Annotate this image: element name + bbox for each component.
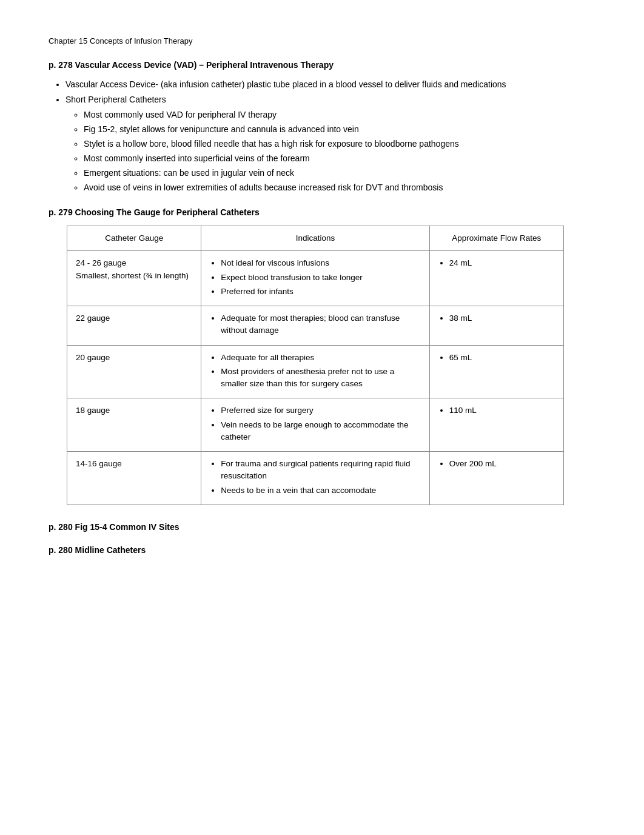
indication-item: For trauma and surgical patients requiri…	[221, 458, 420, 483]
cell-indications-3: Preferred size for surgeryVein needs to …	[201, 398, 429, 452]
indication-item: Not ideal for viscous infusions	[221, 257, 420, 269]
cell-indications-4: For trauma and surgical patients requiri…	[201, 452, 429, 505]
sub-bullet-3: Most commonly inserted into superficial …	[84, 152, 595, 165]
sub-bullet-0: Most commonly used VAD for peripheral IV…	[84, 109, 595, 121]
sub-bullet-4: Emergent situations: can be used in jugu…	[84, 167, 595, 179]
cell-flow-3: 110 mL	[429, 398, 563, 452]
indication-item: Expect blood transfusion to take longer	[221, 272, 420, 284]
cell-indications-0: Not ideal for viscous infusionsExpect bl…	[201, 251, 429, 306]
indication-item: Preferred size for surgery	[221, 404, 420, 417]
cell-flow-1: 38 mL	[429, 306, 563, 346]
table-row: 24 - 26 gauge Smallest, shortest (¾ in l…	[67, 251, 564, 306]
section1-heading: p. 278 Vascular Access Device (VAD) – Pe…	[49, 60, 595, 70]
table-row: 14-16 gaugeFor trauma and surgical patie…	[67, 452, 564, 505]
sub-bullets: Most commonly used VAD for peripheral IV…	[84, 109, 595, 194]
section2-heading: p. 279 Choosing The Gauge for Peripheral…	[49, 207, 595, 217]
bullet-short-peripheral: Short Peripheral Catheters Most commonly…	[65, 93, 595, 194]
col-header-indications: Indications	[201, 226, 429, 251]
indication-item: Vein needs to be large enough to accommo…	[221, 419, 420, 444]
col-header-gauge: Catheter Gauge	[67, 226, 201, 251]
cell-gauge-2: 20 gauge	[67, 345, 201, 398]
table-row: 22 gaugeAdequate for most therapies; blo…	[67, 306, 564, 346]
section1-bullets: Vascular Access Device- (aka infusion ca…	[65, 78, 595, 194]
cell-gauge-1: 22 gauge	[67, 306, 201, 346]
table-row: 20 gaugeAdequate for all therapiesMost p…	[67, 345, 564, 398]
chapter-header: Chapter 15 Concepts of Infusion Therapy	[49, 36, 595, 45]
indication-item: Adequate for all therapies	[221, 352, 420, 364]
cell-indications-2: Adequate for all therapiesMost providers…	[201, 345, 429, 398]
cell-gauge-3: 18 gauge	[67, 398, 201, 452]
cell-gauge-0: 24 - 26 gauge Smallest, shortest (¾ in l…	[67, 251, 201, 306]
col-header-flow: Approximate Flow Rates	[429, 226, 563, 251]
indication-item: Adequate for most therapies; blood can t…	[221, 312, 420, 337]
cell-indications-1: Adequate for most therapies; blood can t…	[201, 306, 429, 346]
table-row: 18 gaugePreferred size for surgeryVein n…	[67, 398, 564, 452]
cell-gauge-4: 14-16 gauge	[67, 452, 201, 505]
catheter-gauge-table: Catheter Gauge Indications Approximate F…	[67, 226, 564, 505]
indication-item: Most providers of anesthesia prefer not …	[221, 366, 420, 391]
bullet-vad: Vascular Access Device- (aka infusion ca…	[65, 78, 595, 91]
indication-item: Needs to be in a vein that can accomodat…	[221, 485, 420, 497]
cell-flow-0: 24 mL	[429, 251, 563, 306]
cell-flow-2: 65 mL	[429, 345, 563, 398]
indication-item: Preferred for infants	[221, 286, 420, 298]
section4-heading: p. 280 Midline Catheters	[49, 545, 595, 555]
sub-bullet-1: Fig 15-2, stylet allows for venipuncture…	[84, 123, 595, 136]
sub-bullet-5: Avoid use of veins in lower extremities …	[84, 181, 595, 194]
sub-bullet-2: Stylet is a hollow bore, blood filled ne…	[84, 138, 595, 150]
cell-flow-4: Over 200 mL	[429, 452, 563, 505]
section3-heading: p. 280 Fig 15-4 Common IV Sites	[49, 522, 595, 532]
